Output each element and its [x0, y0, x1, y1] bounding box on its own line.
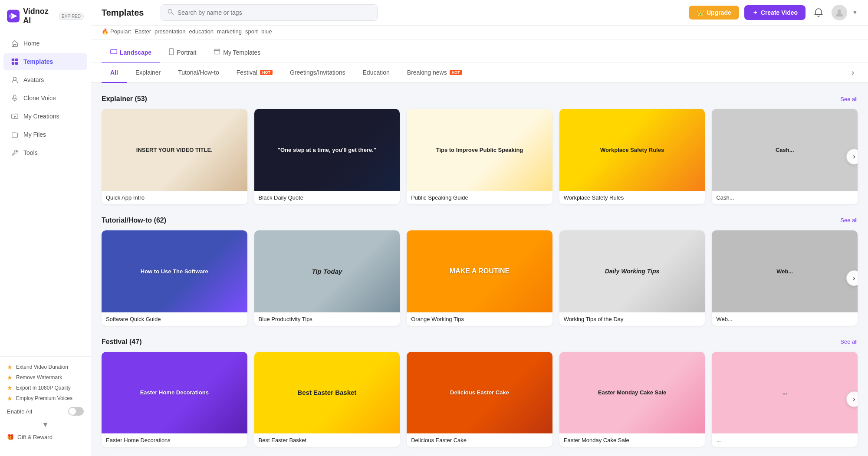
template-card-quick-app-intro[interactable]: INSERT YOUR VIDEO TITLE. Quick App Intro — [102, 109, 247, 204]
popular-label: 🔥 Popular: — [102, 28, 131, 35]
tab-breaking-news[interactable]: Breaking news HOT — [398, 63, 471, 83]
template-thumb-black-quote: "One step at a time, you'll get there." — [254, 109, 400, 191]
template-card-blue-productivity[interactable]: Tip Today Blue Productivity Tips — [254, 230, 400, 326]
create-video-button[interactable]: ＋ Create Video — [744, 5, 806, 20]
star-icon-3: ★ — [7, 384, 13, 391]
sidebar-item-home-label: Home — [23, 40, 39, 47]
tag-easter[interactable]: Easter — [135, 28, 151, 35]
template-card-easter-monday[interactable]: Easter Monday Cake Sale Easter Monday Ca… — [559, 352, 705, 447]
crown-icon: 👑 — [697, 9, 704, 16]
gift-label: Gift & Reward — [17, 434, 53, 440]
template-thumb-easter3: Delicious Easter Cake — [407, 352, 552, 434]
sidebar-item-my-files-label: My Files — [23, 131, 46, 138]
template-name-explainer-extra: Cash... — [712, 191, 858, 204]
gift-icon: 🎁 — [7, 434, 14, 440]
template-card-public-speaking[interactable]: Tips to Improve Public Speaking Public S… — [407, 109, 552, 204]
tutorial-grid: How to Use The Software Software Quick G… — [102, 230, 858, 326]
sidebar-item-avatars[interactable]: Avatars — [3, 71, 87, 89]
tab-landscape[interactable]: Landscape — [102, 42, 160, 63]
tab-all[interactable]: All — [102, 63, 127, 83]
tutorial-section-header: Tutorial/How-to (62) See all — [102, 217, 858, 224]
svg-rect-5 — [12, 62, 14, 65]
sidebar: Vidnoz AI EXPIRED Home Templates Avatars — [0, 0, 91, 456]
tag-marketing[interactable]: marketing — [217, 28, 242, 35]
festival-hot-badge: HOT — [260, 70, 273, 75]
tab-tutorial[interactable]: Tutorial/How-to — [169, 63, 227, 83]
festival-grid: Easter Home Decorations Easter Home Deco… — [102, 352, 858, 447]
search-input[interactable] — [178, 9, 371, 16]
tab-education[interactable]: Education — [354, 63, 398, 83]
template-thumb-festival-extra: ... — [712, 352, 858, 434]
explainer-section-title: Explainer (53) — [102, 95, 147, 103]
template-card-daily-working[interactable]: Daily Working Tips Working Tips of the D… — [559, 230, 705, 326]
template-card-easter-basket[interactable]: Best Easter Basket Best Easter Basket — [254, 352, 400, 447]
notification-button[interactable] — [811, 5, 826, 20]
popular-tags-bar: 🔥 Popular: Easter presentation education… — [91, 26, 868, 39]
svg-rect-16 — [169, 49, 174, 55]
upgrade-button[interactable]: 👑 Upgrade — [689, 6, 739, 20]
enable-all-label: Enable All — [7, 408, 32, 415]
templates-content: Explainer (53) See all INSERT YOUR VIDEO… — [91, 83, 868, 456]
template-name-easter-cake: Delicious Easter Cake — [407, 433, 552, 447]
svg-point-7 — [13, 77, 16, 80]
template-thumb-easter4: Easter Monday Cake Sale — [559, 352, 705, 434]
home-icon — [10, 39, 19, 48]
sidebar-item-my-files[interactable]: My Files — [3, 126, 87, 143]
star-icon-4: ★ — [7, 395, 13, 402]
tag-presentation[interactable]: presentation — [155, 28, 186, 35]
template-thumb-daily-working: Daily Working Tips — [559, 230, 705, 312]
sidebar-item-clone-voice[interactable]: Clone Voice — [3, 89, 87, 107]
tab-my-templates[interactable]: My Templates — [205, 42, 269, 63]
tag-education[interactable]: education — [189, 28, 214, 35]
sidebar-item-tools-label: Tools — [23, 149, 38, 156]
sidebar-item-templates[interactable]: Templates — [3, 53, 87, 70]
tag-blue[interactable]: blue — [261, 28, 272, 35]
template-name-public-speaking: Public Speaking Guide — [407, 191, 552, 204]
sidebar-bottom: ★ Extend Video Duration ★ Remove Waterma… — [0, 356, 91, 449]
template-card-easter-home[interactable]: Easter Home Decorations Easter Home Deco… — [102, 352, 247, 447]
tab-portrait[interactable]: Portrait — [160, 42, 205, 63]
tutorial-section: Tutorial/How-to (62) See all How to Use … — [102, 217, 858, 326]
template-name-black-quote: Black Daily Quote — [254, 191, 400, 204]
template-card-easter-cake[interactable]: Delicious Easter Cake Delicious Easter C… — [407, 352, 552, 447]
search-icon — [167, 8, 174, 17]
template-card-workplace-safety[interactable]: Workplace Safety Rules Workplace Safety … — [559, 109, 705, 204]
gift-reward[interactable]: 🎁 Gift & Reward — [7, 430, 84, 444]
festival-section-title: Festival (47) — [102, 338, 141, 346]
category-tabs-next[interactable]: › — [848, 65, 858, 81]
template-card-software-guide[interactable]: How to Use The Software Software Quick G… — [102, 230, 247, 326]
explainer-see-all[interactable]: See all — [840, 96, 858, 102]
svg-rect-6 — [15, 62, 18, 65]
upsell-extend[interactable]: ★ Extend Video Duration — [7, 362, 84, 372]
sidebar-item-my-creations[interactable]: My Creations — [3, 108, 87, 125]
template-card-black-daily-quote[interactable]: "One step at a time, you'll get there." … — [254, 109, 400, 204]
sidebar-nav: Home Templates Avatars Clone Voice My Cr… — [0, 34, 91, 356]
view-tabs: Landscape Portrait My Templates — [91, 39, 868, 63]
enable-all-toggle[interactable] — [68, 407, 84, 416]
avatar-chevron-icon[interactable]: ▼ — [852, 10, 858, 16]
svg-line-13 — [171, 13, 173, 14]
app-name: Vidnoz AI — [23, 7, 55, 25]
main-content: Templates 👑 Upgrade ＋ Create Video ▼ — [91, 0, 868, 456]
avatar[interactable] — [832, 5, 847, 20]
festival-see-all[interactable]: See all — [840, 338, 858, 345]
tab-explainer[interactable]: Explainer — [127, 63, 169, 83]
tag-sport[interactable]: sport — [245, 28, 258, 35]
tab-festival[interactable]: Festival HOT — [228, 63, 281, 83]
landscape-icon — [110, 48, 117, 56]
template-card-orange-working[interactable]: MAKE A ROUTINE Orange Working Tips — [407, 230, 552, 326]
tutorial-see-all[interactable]: See all — [840, 217, 858, 223]
template-thumb-explainer-extra: Cash... — [712, 109, 858, 191]
upsell-watermark[interactable]: ★ Remove Watermark — [7, 372, 84, 383]
sidebar-item-clone-voice-label: Clone Voice — [23, 95, 56, 102]
collapse-button[interactable]: ▼ — [7, 419, 84, 430]
sidebar-item-tools[interactable]: Tools — [3, 144, 87, 161]
template-card-festival-extra[interactable]: ... ... › — [712, 352, 858, 447]
upsell-voices[interactable]: ★ Employ Premium Voices — [7, 393, 84, 404]
template-name-tutorial-extra: Web... — [712, 312, 858, 326]
template-card-tutorial-extra[interactable]: Web... Web... › — [712, 230, 858, 326]
tab-greetings[interactable]: Greetings/Invitations — [281, 63, 354, 83]
sidebar-item-home[interactable]: Home — [3, 35, 87, 52]
upsell-1080p[interactable]: ★ Export in 1080P Quality — [7, 383, 84, 393]
template-card-explainer-extra[interactable]: Cash... Cash... › — [712, 109, 858, 204]
